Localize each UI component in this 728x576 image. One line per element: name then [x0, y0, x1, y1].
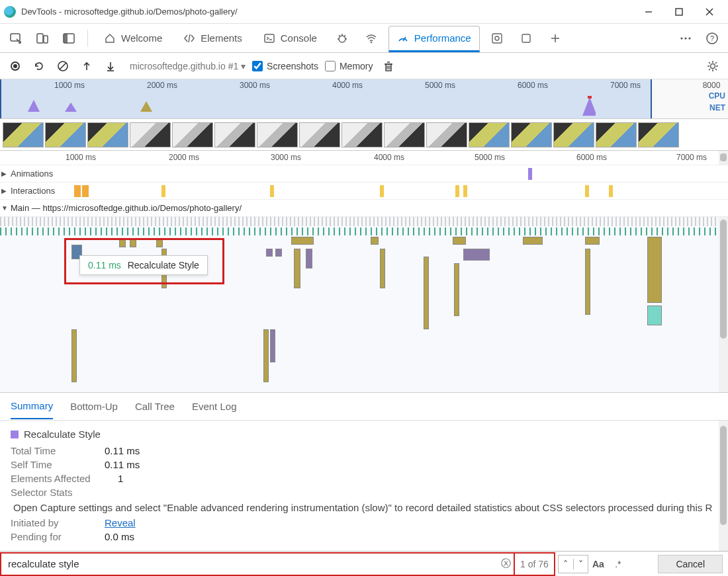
search-input[interactable]: [1, 554, 498, 575]
chevron-right-icon[interactable]: ▶: [1, 170, 7, 177]
memory-checkbox[interactable]: Memory: [325, 61, 373, 71]
screenshot-thumb[interactable]: [87, 122, 128, 147]
cancel-search-button[interactable]: Cancel: [658, 555, 723, 573]
task-bar[interactable]: [523, 237, 543, 245]
screenshot-thumb[interactable]: [553, 122, 594, 147]
dock-side-icon[interactable]: [58, 28, 79, 49]
chevron-right-icon[interactable]: ▶: [1, 187, 7, 194]
tab-add[interactable]: [543, 25, 567, 52]
screenshot-thumb[interactable]: [384, 122, 425, 147]
tab-bottom-up[interactable]: Bottom-Up: [70, 394, 118, 419]
screenshots-filmstrip[interactable]: [0, 119, 728, 151]
inspect-element-icon[interactable]: [5, 28, 26, 49]
tab-call-tree[interactable]: Call Tree: [135, 394, 175, 419]
search-prev-button[interactable]: ˄: [559, 559, 573, 569]
screenshot-thumb[interactable]: [596, 122, 637, 147]
task-bar[interactable]: [275, 249, 282, 257]
tab-summary[interactable]: Summary: [11, 393, 53, 419]
flame-scrollbar[interactable]: [719, 151, 728, 165]
tab-elements[interactable]: Elements: [175, 25, 250, 52]
clear-button[interactable]: [54, 58, 71, 75]
tab-welcome[interactable]: Welcome: [96, 25, 170, 52]
task-bar[interactable]: [306, 249, 312, 268]
animations-track[interactable]: ▶ Animations: [0, 165, 728, 183]
clear-search-icon[interactable]: ⓧ: [498, 557, 514, 570]
tab-detached[interactable]: [514, 25, 538, 52]
upload-profile-button[interactable]: [78, 58, 95, 75]
summary-scrollbar[interactable]: [719, 421, 728, 559]
screenshot-thumb[interactable]: [257, 122, 298, 147]
interaction-bar[interactable]: [82, 185, 89, 197]
screenshot-thumb[interactable]: [130, 122, 171, 147]
record-button[interactable]: [7, 58, 24, 75]
task-bar[interactable]: [463, 249, 490, 261]
device-toolbar-icon[interactable]: [32, 28, 53, 49]
task-bar[interactable]: [585, 249, 590, 315]
task-bar[interactable]: [647, 306, 662, 325]
screenshot-thumb[interactable]: [214, 122, 255, 147]
interaction-bar[interactable]: [528, 168, 532, 180]
interaction-bar[interactable]: [74, 185, 81, 197]
svg-rect-4: [11, 34, 20, 41]
task-bar[interactable]: [380, 249, 385, 288]
interaction-bar[interactable]: [609, 185, 613, 197]
reveal-link[interactable]: Reveal: [105, 517, 136, 528]
task-bar[interactable]: [647, 237, 662, 303]
interaction-bar[interactable]: [161, 185, 165, 197]
timeline-overview[interactable]: 1000 ms 2000 ms 3000 ms 4000 ms 5000 ms …: [0, 79, 728, 119]
chevron-down-icon[interactable]: ▼: [1, 204, 8, 212]
task-bar[interactable]: [371, 237, 379, 245]
window-minimize-button[interactable]: [641, 4, 657, 20]
interaction-bar[interactable]: [380, 185, 384, 197]
collect-garbage-button[interactable]: [380, 58, 397, 75]
screenshot-thumb[interactable]: [299, 122, 340, 147]
window-maximize-button[interactable]: [671, 4, 687, 20]
tab-issues[interactable]: [330, 25, 354, 52]
screenshot-thumb[interactable]: [426, 122, 467, 147]
screenshot-thumb[interactable]: [45, 122, 86, 147]
interaction-bar[interactable]: [455, 185, 459, 197]
overview-selection[interactable]: [0, 79, 652, 118]
screenshot-thumb[interactable]: [172, 122, 213, 147]
screenshot-thumb[interactable]: [341, 122, 383, 147]
capture-settings-button[interactable]: [704, 58, 721, 75]
interaction-bar[interactable]: [585, 185, 589, 197]
download-profile-button[interactable]: [102, 58, 119, 75]
task-bar[interactable]: [424, 257, 429, 329]
help-icon[interactable]: ?: [702, 28, 723, 49]
more-options-icon[interactable]: [675, 28, 696, 49]
tab-event-log[interactable]: Event Log: [192, 394, 237, 419]
tab-settings-shortcut[interactable]: [485, 25, 509, 52]
screenshot-thumb[interactable]: [638, 122, 679, 147]
screenshot-thumb[interactable]: [3, 122, 44, 147]
task-bar[interactable]: [585, 237, 600, 245]
screenshot-thumb[interactable]: [511, 122, 552, 147]
reload-record-button[interactable]: [30, 58, 48, 75]
task-bar[interactable]: [291, 237, 314, 245]
flame-vertical-scrollbar[interactable]: [719, 217, 728, 392]
tab-console[interactable]: Console: [255, 25, 325, 52]
task-bar[interactable]: [453, 237, 466, 245]
task-bar[interactable]: [294, 249, 300, 288]
screenshot-thumb[interactable]: [469, 122, 510, 147]
regex-toggle[interactable]: .*: [608, 559, 628, 569]
tab-performance[interactable]: Performance: [388, 26, 480, 52]
main-thread-track[interactable]: ▼ Main — https://microsoftedge.github.io…: [0, 200, 728, 217]
window-close-button[interactable]: [702, 4, 717, 20]
match-case-toggle[interactable]: Aa: [588, 559, 608, 569]
interactions-track[interactable]: ▶ Interactions: [0, 183, 728, 200]
screenshots-checkbox-input[interactable]: [252, 61, 263, 71]
task-bar[interactable]: [71, 329, 77, 382]
interaction-bar[interactable]: [463, 185, 467, 197]
task-bar[interactable]: [263, 329, 269, 382]
flame-chart[interactable]: 0.11 ms Recalculate Style: [0, 217, 728, 393]
memory-checkbox-input[interactable]: [325, 61, 336, 71]
task-bar[interactable]: [454, 263, 459, 316]
search-next-button[interactable]: ˅: [573, 559, 588, 569]
task-bar[interactable]: [266, 249, 273, 257]
task-bar[interactable]: [270, 329, 275, 362]
recording-selector[interactable]: microsoftedge.github.io #1 ▾: [130, 61, 246, 71]
tab-network-conditions[interactable]: [359, 25, 383, 52]
screenshots-checkbox[interactable]: Screenshots: [252, 61, 318, 71]
interaction-bar[interactable]: [270, 185, 274, 197]
